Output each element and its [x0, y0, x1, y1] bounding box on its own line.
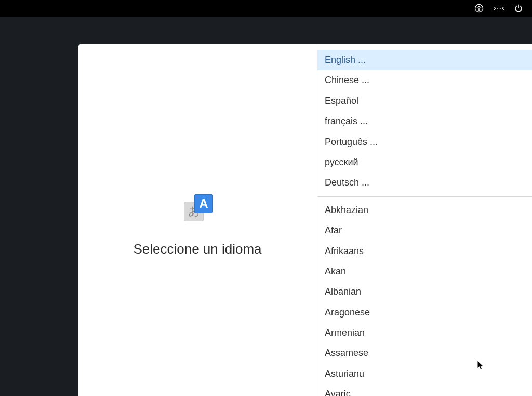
prompt-pane: あ A Seleccione un idioma [78, 44, 317, 396]
language-item[interactable]: Armenian [317, 323, 532, 343]
power-icon[interactable] [513, 3, 524, 14]
language-panel: あ A Seleccione un idioma English ...Chin… [78, 44, 532, 396]
svg-point-1 [478, 6, 480, 7]
language-item[interactable]: Afrikaans [317, 241, 532, 261]
network-icon[interactable] [494, 3, 504, 14]
language-list: English ...Chinese ...Españolfrançais ..… [317, 50, 532, 396]
language-item[interactable]: Español [317, 91, 532, 111]
language-item[interactable]: Albanian [317, 282, 532, 302]
language-item[interactable]: Akan [317, 261, 532, 282]
language-item[interactable]: français ... [317, 111, 532, 131]
svg-point-3 [499, 8, 500, 9]
language-item[interactable]: Asturianu [317, 364, 532, 384]
language-list-pane[interactable]: English ...Chinese ...Españolfrançais ..… [317, 44, 532, 396]
language-item[interactable]: Assamese [317, 343, 532, 363]
language-item[interactable]: Chinese ... [317, 70, 532, 90]
language-icon: あ A [183, 194, 212, 223]
prompt-text: Seleccione un idioma [133, 241, 261, 257]
top-bar [0, 0, 532, 17]
language-item[interactable]: English ... [317, 50, 532, 70]
language-item[interactable]: Afar [317, 220, 532, 241]
language-item[interactable]: Deutsch ... [317, 173, 532, 193]
language-item[interactable]: Aragonese [317, 302, 532, 323]
language-item[interactable]: Avaric [317, 384, 532, 396]
language-item[interactable]: Abkhazian [317, 200, 532, 220]
language-icon-front: A [194, 194, 213, 213]
svg-point-4 [500, 8, 501, 9]
accessibility-icon[interactable] [474, 3, 484, 14]
language-item[interactable]: русский [317, 152, 532, 173]
svg-point-2 [497, 8, 498, 9]
language-item[interactable]: Português ... [317, 132, 532, 152]
list-divider [317, 196, 532, 197]
